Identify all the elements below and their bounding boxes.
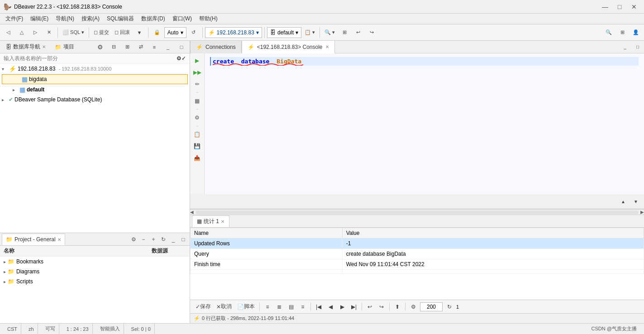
toolbar-grid[interactable]: ⊞ [616,26,629,39]
menu-database[interactable]: 数据库(D) [138,14,169,24]
scroll-left-arrow[interactable]: ◀ [190,210,194,215]
redo-btn[interactable]: ↪ [377,302,386,312]
project-plus-btn[interactable]: + [149,235,158,244]
project-tab-close[interactable]: ✕ [57,237,61,242]
toolbar-back[interactable]: ◁ [2,26,14,39]
toolbar-stop[interactable]: ✕ [43,26,55,39]
tree-item-bigdata[interactable]: ▦ bigdata [2,74,188,84]
cancel-results-btn[interactable]: ✕ 取消 [215,302,234,312]
project-settings-btn[interactable]: ⚙ [129,235,138,244]
panel-menu-btn[interactable]: ≡ [148,41,161,53]
save-results-btn[interactable]: ✓ 保存 [194,302,213,312]
project-item-diagrams[interactable]: ▸ 📁 Diagrams [0,267,190,277]
toolbar-refresh-icon[interactable]: ↺ [187,26,200,39]
format-btn1[interactable]: ≡ [262,302,272,312]
panel-expand-btn[interactable]: ⊟ [107,41,120,53]
tree-item-sqlite[interactable]: ▸ ✔ DBeaver Sample Database (SQLite) [0,95,190,105]
editor-max-btn[interactable]: □ [631,41,644,53]
format-btn3[interactable]: ▤ [286,302,296,312]
menu-sql-editor[interactable]: SQL编辑器 [103,14,138,24]
menu-help[interactable]: 帮助(H) [196,14,221,24]
run-script-btn[interactable]: ▶▶ [191,67,204,78]
settings-results-btn[interactable]: ⚙ [408,302,418,312]
table-row[interactable]: Finish time Wed Nov 09 11:01:44 CST 2022 [191,259,644,270]
toolbar-home[interactable]: ▷ [29,26,42,39]
results-tab-stats[interactable]: ▦ 统计 1 ✕ [192,215,229,227]
toolbar-auto-dropdown[interactable]: Auto ▾ [164,27,186,38]
panel-collapse-btn[interactable]: ⊞ [121,41,134,53]
filter-icon[interactable]: ⚙ [177,55,181,62]
format-btn2[interactable]: ≣ [274,302,284,312]
editor-scrollbar[interactable]: ◀ ▶ [190,209,644,215]
toolbar-db-dropdown[interactable]: 🗄 default ▾ [267,27,301,38]
export-btn[interactable]: ⬆ [392,302,402,312]
editor-min-btn[interactable]: _ [619,41,631,53]
nav-down-btn[interactable]: ▼ [630,195,642,208]
project-min-btn[interactable]: _ [169,235,178,244]
panel-sync-btn[interactable]: ⇄ [134,41,147,53]
panel-connect-btn[interactable]: ⚙ [94,41,106,53]
editor-text-area[interactable]: create database BigData [205,53,644,194]
sidebar-copy-btn[interactable]: 📋 [191,129,204,140]
tree-root-connection[interactable]: ▾ ⚡ 192.168.218.83 - 192.168.218.83:1000… [0,64,190,74]
project-minus-btn[interactable]: − [139,235,148,244]
project-item-bookmarks[interactable]: ▸ 📁 Bookmarks [0,257,190,267]
sidebar-save-btn[interactable]: 💾 [191,141,204,152]
menu-edit[interactable]: 编辑(E) [27,14,52,24]
console-tab-close[interactable]: ✕ [325,44,329,49]
menu-file[interactable]: 文件(F) [2,14,27,24]
nav-up-btn[interactable]: ▲ [617,195,630,208]
filter-confirm-icon[interactable]: ✓ [181,55,186,62]
run-btn[interactable]: ▶ [191,55,204,66]
project-item-scripts[interactable]: ▸ 📁 Scripts [0,277,190,286]
project-general-tab[interactable]: 📁 Project - General ✕ [2,234,65,245]
sidebar-table-btn[interactable]: ▦ [191,95,204,106]
nav-first-btn[interactable]: |◀ [314,302,324,312]
tree-item-default[interactable]: ▸ ▦ default [0,85,190,95]
toolbar-search[interactable]: 🔍 ▾ [322,26,337,39]
table-row[interactable]: Updated Rows -1 [191,239,644,249]
format-btn4[interactable]: ≡ [298,302,308,312]
editor-tab-console[interactable]: ⚡ <192.168.218.83> Console ✕ [242,41,335,53]
toolbar-sql[interactable]: ⬜ SQL ▾ [60,26,86,39]
maximize-button[interactable]: □ [613,2,626,11]
window-controls[interactable]: — □ ✕ [599,2,640,11]
toolbar-connection-dropdown[interactable]: ⚡ 192.168.218.83 ▾ [205,27,262,38]
nav-next-btn[interactable]: ▶ [337,302,347,312]
toolbar-filter[interactable]: ▼ [133,26,146,39]
menu-window[interactable]: 窗口(W) [169,14,196,24]
toolbar-nav-back[interactable]: ↩ [352,26,364,39]
table-row[interactable]: Query create database BigData [191,249,644,259]
script-btn[interactable]: 📄 脚本 [235,302,257,312]
undo-btn[interactable]: ↩ [365,302,375,312]
sidebar-export-btn[interactable]: 📤 [191,153,204,163]
editor-tab-connections[interactable]: ⚡ Connections [190,41,242,53]
toolbar-forward[interactable]: △ [15,26,28,39]
toolbar-search-right[interactable]: 🔍 [602,26,615,39]
toolbar-nav-forward[interactable]: ↪ [365,26,378,39]
close-button[interactable]: ✕ [628,2,640,11]
toolbar-lock[interactable]: 🔒 [151,26,163,39]
scroll-right-arrow[interactable]: ▶ [640,210,644,215]
stats-close[interactable]: ✕ [221,219,224,224]
row-count-input[interactable] [420,302,443,311]
panel-min-btn[interactable]: _ [162,41,174,53]
nav-prev-btn[interactable]: ◀ [325,302,335,312]
menu-search[interactable]: 搜索(A) [78,14,103,24]
toolbar-db-actions[interactable]: 📋 ▾ [302,26,317,39]
tab-db-navigator[interactable]: 🗄 数据库导航 ✕ [2,41,50,53]
tab-project[interactable]: 📁 项目 [51,41,78,53]
toolbar-extra[interactable]: ⊞ [338,26,351,39]
toolbar-rollback[interactable]: ◻ 回滚 [112,26,132,39]
panel-max-btn[interactable]: □ [175,41,188,53]
filter-input[interactable] [4,55,177,62]
project-refresh-btn[interactable]: ↻ [159,235,168,244]
menu-navigate[interactable]: 导航(N) [52,14,78,24]
sidebar-edit-btn[interactable]: ✏ [191,79,204,90]
refresh-results-btn[interactable]: ↻ [444,302,454,312]
sidebar-settings-btn[interactable]: ⚙ [191,112,204,123]
nav-last-btn[interactable]: ▶| [349,302,359,312]
db-nav-close[interactable]: ✕ [42,44,46,49]
project-max-btn[interactable]: □ [179,235,188,244]
toolbar-submit[interactable]: ◻ 提交 [91,26,111,39]
